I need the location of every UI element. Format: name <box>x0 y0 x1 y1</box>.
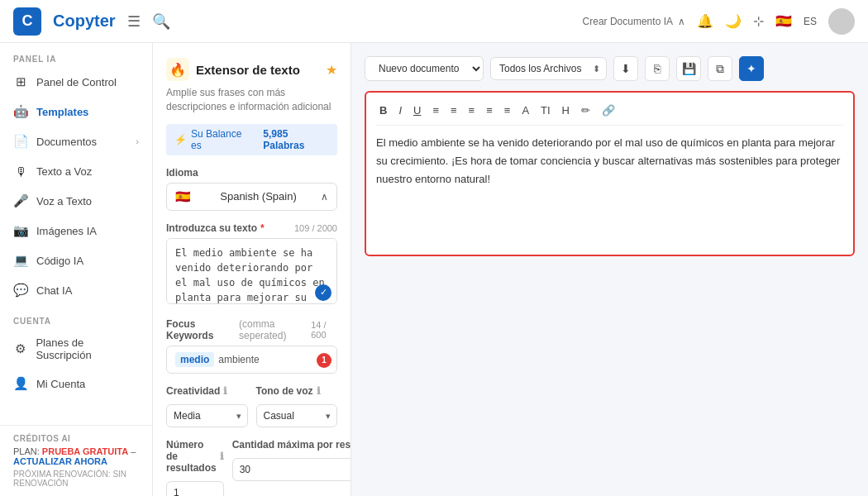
doc-icon: 📄 <box>13 134 28 149</box>
creditos-label: CRÉDITOS AI <box>13 434 139 443</box>
align-center-btn[interactable]: ≡ <box>447 103 460 118</box>
bolt-icon: ⚡ <box>174 134 187 145</box>
pencil-btn[interactable]: ✏ <box>578 103 594 118</box>
italic-btn[interactable]: I <box>395 103 405 118</box>
keyword-badge: 1 <box>317 353 331 368</box>
content-area: 🔥 Extensor de texto ★ Amplíe sus frases … <box>153 43 868 496</box>
sidebar-label-chat: Chat IA <box>36 284 72 297</box>
creatividad-select-wrap: Media Baja Alta <box>166 404 248 427</box>
spain-flag: 🇪🇸 <box>175 189 191 204</box>
cantidad-group: Cantidad máxima por resultado ℹ <box>232 439 351 496</box>
save-icon-btn[interactable]: 💾 <box>676 56 701 81</box>
creatividad-select[interactable]: Media Baja Alta <box>166 404 248 427</box>
lang-label: ES <box>804 16 817 27</box>
tool-description: Amplíe sus frases con más descripciones … <box>166 86 337 114</box>
keywords-wrap: medio ambiente 1 <box>166 346 337 374</box>
sidebar-item-chat-ia[interactable]: 💬 Chat IA <box>0 275 152 305</box>
text-input[interactable]: El medio ambiente se ha venido deteriora… <box>166 238 337 304</box>
sidebar: PANEL IA ⊞ Panel de Control 🤖 Templates … <box>0 43 153 496</box>
bold-btn[interactable]: B <box>376 103 390 118</box>
logo-text: Copyter <box>53 12 116 31</box>
balance-badge: ⚡ Su Balance es 5,985 Palabras <box>166 124 337 155</box>
chat-icon: 💬 <box>13 283 28 298</box>
bell-icon[interactable]: 🔔 <box>697 13 713 29</box>
sidebar-label-planes: Planes de Suscripción <box>36 336 139 361</box>
balance-label: Su Balance es <box>191 128 252 151</box>
plan-info: PLAN: PRUEBA GRATUITA – ACTUALIZAR AHORA <box>13 446 139 466</box>
focus-count: 14 / 600 <box>311 320 337 340</box>
code-icon: 💻 <box>13 253 28 268</box>
language-flag[interactable]: 🇪🇸 <box>775 13 792 29</box>
plan-name-link[interactable]: PRUEBA GRATUITA <box>42 446 128 456</box>
duplicate-icon-btn[interactable]: ⧉ <box>708 56 732 81</box>
header-right: Crear Documento IA ∧ 🔔 🌙 ⊹ 🇪🇸 ES <box>583 8 855 35</box>
underline-btn[interactable]: U <box>410 103 424 118</box>
justify-btn[interactable]: ≡ <box>483 103 496 118</box>
introduce-label: Introduzca su texto * 109 / 2000 <box>166 222 337 234</box>
check-icon: ✓ <box>315 284 331 301</box>
header-left: C Copyter ☰ 🔍 <box>13 7 170 36</box>
keyword-rest: ambiente <box>218 354 259 365</box>
editor-content[interactable]: El medio ambiente se ha venido deteriora… <box>376 134 843 188</box>
moon-icon[interactable]: 🌙 <box>725 13 742 29</box>
star-icon[interactable]: ★ <box>326 62 337 78</box>
generate-icon-btn[interactable]: ✦ <box>739 56 764 81</box>
link-btn[interactable]: 🔗 <box>599 103 618 118</box>
panel-ia-label: PANEL IA <box>0 43 152 67</box>
sidebar-item-imagenes-ia[interactable]: 📷 Imágenes IA <box>0 216 152 246</box>
sidebar-item-planes[interactable]: ⚙ Planes de Suscripción <box>0 329 152 369</box>
sidebar-item-panel-control[interactable]: ⊞ Panel de Control <box>0 67 152 97</box>
char-count: 109 / 2000 <box>294 223 337 233</box>
doc-select[interactable]: Nuevo documento <box>365 56 484 81</box>
editor-toolbar: Nuevo documento Todos los Archivos ⬇ ⎘ 💾… <box>365 56 855 81</box>
creatividad-tono-row: Creatividad ℹ Media Baja Alta Tono de vo… <box>166 385 337 427</box>
cantidad-input[interactable] <box>232 458 351 481</box>
tool-title: Extensor de texto <box>196 63 300 77</box>
sidebar-label-imagenes: Imágenes IA <box>36 225 97 237</box>
font-size-btn[interactable]: TI <box>537 103 554 118</box>
copy-icon-btn[interactable]: ⎘ <box>645 56 670 81</box>
avatar[interactable] <box>828 8 855 35</box>
camera-icon: 📷 <box>13 223 28 238</box>
heading-btn[interactable]: H <box>559 103 573 118</box>
sidebar-item-texto-voz[interactable]: 🎙 Texto a Voz <box>0 156 152 186</box>
editor-box: B I U ≡ ≡ ≡ ≡ ≡ A TI H ✏ 🔗 El medio ambi… <box>365 91 855 256</box>
grid-icon: ⊞ <box>13 74 28 89</box>
sidebar-bottom: CRÉDITOS AI PLAN: PRUEBA GRATUITA – ACTU… <box>0 425 152 496</box>
tono-select[interactable]: Casual Formal Informal <box>256 404 338 427</box>
num-resultados-input[interactable] <box>166 481 224 496</box>
update-link[interactable]: ACTUALIZAR AHORA <box>13 456 107 466</box>
sidebar-label-texto-voz: Texto a Voz <box>36 165 92 178</box>
align-left-btn[interactable]: ≡ <box>429 103 442 118</box>
sidebar-item-documentos[interactable]: 📄 Documentos › <box>0 126 152 156</box>
editor-panel: Nuevo documento Todos los Archivos ⬇ ⎘ 💾… <box>351 43 868 496</box>
tool-icon: 🔥 <box>166 58 189 81</box>
sidebar-label-voz-texto: Voz a Texto <box>36 195 92 207</box>
search-icon[interactable]: 🔍 <box>152 12 170 31</box>
balance-value: 5,985 Palabras <box>263 128 329 151</box>
files-select[interactable]: Todos los Archivos <box>490 57 607 80</box>
sidebar-item-codigo-ia[interactable]: 💻 Código IA <box>0 246 152 275</box>
expand-icon[interactable]: ⊹ <box>753 13 764 29</box>
chevron-up-icon: ∧ <box>321 191 328 203</box>
align-right-btn[interactable]: ≡ <box>465 103 479 118</box>
font-color-btn[interactable]: A <box>518 103 532 118</box>
keyword-input[interactable]: medio ambiente <box>166 346 337 374</box>
sidebar-item-mi-cuenta[interactable]: 👤 Mi Cuenta <box>0 369 152 398</box>
sidebar-item-templates[interactable]: 🤖 Templates <box>0 97 152 126</box>
menu-icon[interactable]: ☰ <box>127 12 141 31</box>
sidebar-label-codigo: Código IA <box>36 255 83 267</box>
mic-icon: 🎙 <box>13 164 28 179</box>
tono-label: Tono de voz ℹ <box>256 385 338 397</box>
list-btn[interactable]: ≡ <box>501 103 514 118</box>
required-mark: * <box>260 222 265 234</box>
cuenta-label: CUENTA <box>0 305 152 329</box>
format-bar: B I U ≡ ≡ ≡ ≡ ≡ A TI H ✏ 🔗 <box>376 103 843 126</box>
settings-icon: ⚙ <box>13 341 27 356</box>
tool-panel: 🔥 Extensor de texto ★ Amplíe sus frases … <box>153 43 351 496</box>
language-selector[interactable]: 🇪🇸 Spanish (Spain) ∧ <box>166 183 337 211</box>
download-icon-btn[interactable]: ⬇ <box>613 56 638 81</box>
crear-documento-btn[interactable]: Crear Documento IA ∧ <box>583 16 685 27</box>
sidebar-item-voz-texto[interactable]: 🎤 Voz a Texto <box>0 186 152 216</box>
user-icon: 👤 <box>13 376 28 391</box>
